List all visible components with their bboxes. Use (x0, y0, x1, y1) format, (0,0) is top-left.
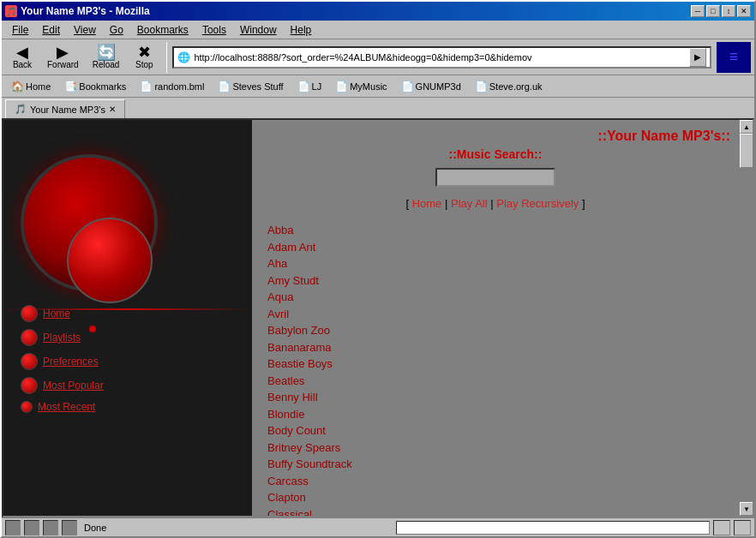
artist-link[interactable]: Abba (267, 222, 723, 239)
back-button[interactable]: ◀ Back (5, 42, 39, 72)
bookmark-steve-org-label: Steve.org.uk (489, 81, 543, 92)
bookmark-bookmarks[interactable]: 📑 Bookmarks (58, 78, 132, 95)
steves-icon: 📄 (218, 81, 231, 93)
title-bar: 🎵 Your Name MP3's - Mozilla ─ □ ↕ ✕ (2, 2, 754, 21)
tab-close-button[interactable]: ✕ (109, 105, 116, 114)
circle-inner (67, 218, 153, 303)
play-all-link[interactable]: Play All (451, 197, 488, 210)
forward-button[interactable]: ▶ Forward (41, 42, 85, 72)
sep1: | (445, 197, 451, 210)
artist-link[interactable]: Aqua (267, 289, 723, 306)
close-button[interactable]: ✕ (737, 5, 751, 17)
scrollbar: ▲ ▼ (739, 120, 753, 516)
artist-link[interactable]: Benny Hill (267, 389, 723, 406)
artist-link[interactable]: Avril (267, 306, 723, 323)
artist-link[interactable]: Aha (267, 255, 723, 272)
nav-playlists-label[interactable]: Playlists (43, 332, 81, 344)
artist-link[interactable]: Amy Studt (267, 272, 723, 290)
lj-icon: 📄 (297, 81, 310, 93)
menu-bar: File Edit View Go Bookmarks Tools Window… (2, 21, 754, 39)
address-input[interactable] (194, 52, 689, 63)
tab-label: Your Name MP3's (30, 105, 105, 115)
menu-tools[interactable]: Tools (195, 22, 233, 38)
artist-link[interactable]: Beatles (267, 373, 723, 390)
artist-list: AbbaAdam AntAhaAmy StudtAquaAvrilBabylon… (261, 218, 730, 516)
artist-link[interactable]: Blondie (267, 406, 723, 423)
nav-home-label[interactable]: Home (43, 308, 70, 320)
forward-icon: ▶ (57, 45, 69, 60)
artist-link[interactable]: Classical (267, 506, 723, 517)
throbber: ≡ (717, 42, 751, 73)
bracket-open: [ (405, 197, 411, 210)
artist-link[interactable]: Buffy Soundtrack (267, 456, 723, 473)
artist-link[interactable]: Body Count (267, 422, 723, 439)
mymusic-icon: 📄 (335, 81, 348, 93)
go-button[interactable]: ▶ (689, 48, 706, 67)
artist-link[interactable]: Babylon Zoo (267, 322, 723, 339)
bookmark-home[interactable]: 🏠 Home (5, 78, 57, 95)
scroll-track[interactable] (740, 134, 753, 502)
menu-bookmarks[interactable]: Bookmarks (130, 22, 195, 38)
search-input[interactable] (435, 168, 555, 187)
page-content: Home Playlists Preferences Most Pop (3, 120, 739, 516)
bracket-close: ] (582, 197, 585, 210)
menu-view[interactable]: View (67, 22, 103, 38)
scroll-up-button[interactable]: ▲ (740, 120, 753, 134)
page-icon: 🌐 (177, 51, 190, 63)
scroll-down-button[interactable]: ▼ (740, 502, 753, 516)
bookmark-mymusic[interactable]: 📄 MyMusic (329, 78, 393, 95)
stop-button[interactable]: ✖ Stop (127, 42, 161, 72)
nav-links: [ Home | Play All | Play Recursively ] (261, 197, 730, 210)
scroll-thumb[interactable] (740, 134, 753, 168)
bookmarks-icon: 📑 (64, 81, 77, 93)
artist-link[interactable]: Beastie Boys (267, 356, 723, 373)
menu-file[interactable]: File (5, 22, 35, 38)
nav-most-popular-label[interactable]: Most Popular (43, 380, 104, 392)
toolbar-separator (166, 42, 167, 73)
site-subtitle: ::Music Search:: (261, 147, 730, 161)
bookmark-random[interactable]: 📄 random.bml (134, 78, 210, 95)
status-icon-1 (5, 520, 21, 535)
nav-most-recent[interactable]: Most Recent (21, 401, 104, 413)
stop-label: Stop (135, 60, 153, 69)
nav-playlists[interactable]: Playlists (21, 329, 104, 346)
artist-link[interactable]: Adam Ant (267, 239, 723, 256)
home-link[interactable]: Home (412, 197, 442, 210)
bookmarks-bar: 🏠 Home 📑 Bookmarks 📄 random.bml 📄 Steves… (2, 75, 754, 98)
back-icon: ◀ (16, 45, 28, 60)
artist-link[interactable]: Carcass (267, 473, 723, 490)
title-bar-left: 🎵 Your Name MP3's - Mozilla (5, 5, 150, 17)
mp3-page: Home Playlists Preferences Most Pop (3, 120, 739, 516)
nav-home[interactable]: Home (21, 305, 104, 322)
menu-edit[interactable]: Edit (35, 22, 67, 38)
reload-label: Reload (93, 60, 120, 69)
nav-preferences[interactable]: Preferences (21, 353, 104, 370)
nav-most-recent-label[interactable]: Most Recent (38, 401, 95, 413)
minimize-button[interactable]: ─ (691, 5, 705, 17)
bookmark-gnump3d[interactable]: 📄 GNUMP3d (395, 78, 467, 95)
home-icon: 🏠 (11, 81, 24, 93)
status-icons (5, 520, 77, 535)
reload-button[interactable]: 🔄 Reload (87, 42, 126, 72)
menu-help[interactable]: Help (284, 22, 319, 38)
maximize-button[interactable]: □ (706, 5, 720, 17)
artist-link[interactable]: Britney Spears (267, 439, 723, 457)
status-indicator (713, 520, 730, 535)
bookmark-steves[interactable]: 📄 Steves Stuff (212, 78, 289, 95)
bookmark-lj[interactable]: 📄 LJ (291, 78, 328, 95)
menu-go[interactable]: Go (103, 22, 130, 38)
tab-mp3s[interactable]: 🎵 Your Name MP3's ✕ (5, 99, 125, 118)
left-panel: Home Playlists Preferences Most Pop (3, 120, 252, 516)
menu-window[interactable]: Window (233, 22, 284, 38)
gnump3d-icon: 📄 (401, 81, 414, 93)
nav-most-popular[interactable]: Most Popular (21, 377, 104, 394)
bookmark-steve-org[interactable]: 📄 Steve.org.uk (469, 78, 549, 95)
nav-preferences-label[interactable]: Preferences (43, 356, 99, 368)
play-recursively-link[interactable]: Play Recursively (496, 197, 579, 210)
artist-link[interactable]: Clapton (267, 489, 723, 506)
artist-link[interactable]: Bananarama (267, 339, 723, 356)
address-bar: 🌐 ▶ (172, 46, 711, 69)
status-indicator-2 (734, 520, 751, 535)
restore-button[interactable]: ↕ (722, 5, 735, 17)
bookmark-lj-label: LJ (312, 81, 322, 92)
